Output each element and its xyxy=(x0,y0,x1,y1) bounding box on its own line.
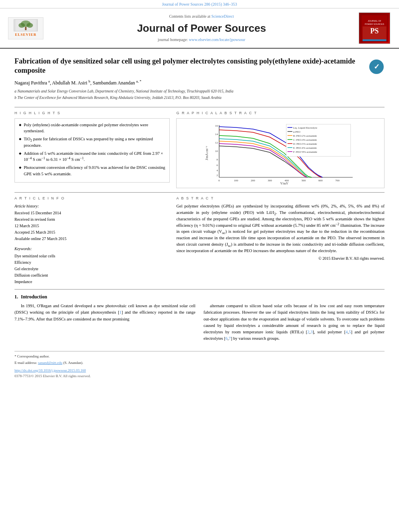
homepage-text: journal homepage: xyxy=(158,37,188,42)
history-label: Article history: xyxy=(14,203,170,209)
highlights-box: Poly (ethylene) oxide-acetamide composit… xyxy=(14,118,170,183)
graphical-abstract-col: G R A P H I C A L A B S T R A C T 16 14 … xyxy=(176,111,385,188)
ref-3-link[interactable]: 3 xyxy=(311,330,313,334)
elsevier-logo-area: ELSEVIER xyxy=(8,17,44,39)
info-abstract-area: A R T I C L E I N F O Article history: R… xyxy=(14,196,385,286)
ref-2-link[interactable]: 2 xyxy=(307,330,309,334)
received-date: Received 15 December 2014 xyxy=(14,210,170,216)
footer-area: * Corresponding author. E-mail address: … xyxy=(14,351,385,379)
elsevier-logo: ELSEVIER xyxy=(8,17,43,39)
email-suffix: (S. Anandan). xyxy=(63,361,83,365)
graphical-abstract-area: 16 14 12 10 8 6 4 2 0 100 200 300 400 50… xyxy=(176,118,385,188)
svg-text:α-PEO: α-PEO xyxy=(293,130,300,133)
section-1-title: 1. Introduction xyxy=(14,294,385,300)
graphical-abstract-chart: 16 14 12 10 8 6 4 2 0 100 200 300 400 50… xyxy=(179,121,382,185)
revised-date: 12 March 2015 xyxy=(14,223,170,229)
author-2: Abdullah M. Asiri b, xyxy=(52,80,91,86)
contents-line: Contents lists available at ScienceDirec… xyxy=(48,14,355,19)
sciencedirect-link[interactable]: ScienceDirect xyxy=(211,14,234,18)
author-3: Sambandam Anandan a, * xyxy=(93,80,141,86)
divider-2 xyxy=(14,192,385,193)
ref-7-link[interactable]: 7 xyxy=(228,336,230,341)
svg-text:POWER SOURCES: POWER SOURCES xyxy=(365,23,385,25)
body-two-col: In 1991, O'Regan and Gratzel developed a… xyxy=(14,303,385,345)
graphical-abstract-header: G R A P H I C A L A B S T R A C T xyxy=(176,111,385,116)
svg-text:0: 0 xyxy=(218,179,220,182)
ref-1-link[interactable]: 1 xyxy=(119,310,121,314)
ref-4-link[interactable]: 4 xyxy=(346,330,348,334)
svg-text:700: 700 xyxy=(335,179,340,182)
email-label: E-mail address: xyxy=(14,361,37,365)
highlight-item-4: Photocurrent conversion efficiency of 9.… xyxy=(19,164,165,177)
svg-point-3 xyxy=(27,23,33,28)
svg-text:D: PEO-5% acetamide: D: PEO-5% acetamide xyxy=(293,142,317,145)
svg-point-2 xyxy=(19,23,25,28)
affiliation-2: b The Center of Excellence for Advanced … xyxy=(14,95,364,101)
crossmark-logo: ✓ xyxy=(368,59,385,75)
online-date: Available online 27 March 2015 xyxy=(14,236,170,242)
svg-text:F: PEO+8% acetamide: F: PEO+8% acetamide xyxy=(293,150,317,153)
svg-text:PS: PS xyxy=(370,27,379,35)
journal-title: Journal of Power Sources xyxy=(48,21,355,35)
keywords-label: Keywords: xyxy=(14,246,170,252)
keyword-4: Diffusion coefficient xyxy=(14,272,170,279)
affiliations: a Nanomaterials and Solar Energy Convers… xyxy=(14,88,364,101)
accepted-date: Accepted 25 March 2015 xyxy=(14,229,170,235)
article-info-col: A R T I C L E I N F O Article history: R… xyxy=(14,196,170,286)
svg-text:✓: ✓ xyxy=(374,63,380,71)
article-title-section: Fabrication of dye sensitized solar cell… xyxy=(14,57,385,104)
body-para-1: In 1991, O'Regan and Gratzel developed a… xyxy=(14,303,195,322)
svg-text:J/mA cm⁻²: J/mA cm⁻² xyxy=(205,146,209,160)
svg-text:2: 2 xyxy=(217,174,218,177)
svg-text:4: 4 xyxy=(217,169,218,172)
footer-copyright: 0378-7753/© 2015 Elsevier B.V. All right… xyxy=(14,374,385,379)
body-col-left: In 1991, O'Regan and Gratzel developed a… xyxy=(14,303,195,345)
crossmark-icon: ✓ xyxy=(369,60,384,74)
article-info-section: Article history: Received 15 December 20… xyxy=(14,203,170,285)
svg-text:100: 100 xyxy=(234,179,239,182)
section-1-number: 1. xyxy=(14,294,18,300)
body-col-right: alternate compared to silicon based sola… xyxy=(204,303,385,345)
svg-text:14: 14 xyxy=(215,133,218,136)
svg-text:10: 10 xyxy=(215,150,218,153)
homepage-link[interactable]: www.elsevier.com/locate/jpowsour xyxy=(189,37,245,42)
keyword-2: Efficiency xyxy=(14,259,170,266)
ref-5-link[interactable]: 5 xyxy=(349,330,351,334)
svg-rect-4 xyxy=(25,27,27,30)
ref-6-link[interactable]: 6 xyxy=(226,336,228,341)
corr-label: * Corresponding author. xyxy=(14,354,49,358)
svg-text:500: 500 xyxy=(302,179,306,182)
contents-text: Contents lists available at xyxy=(169,14,210,18)
svg-text:200: 200 xyxy=(251,179,255,182)
svg-rect-11 xyxy=(362,39,386,41)
copyright-text: © 2015 Elsevier B.V. All rights reserved… xyxy=(176,255,385,261)
corresponding-author-note: * Corresponding author. xyxy=(14,354,385,359)
svg-text:B: PEO-2% acetamide: B: PEO-2% acetamide xyxy=(293,134,317,137)
body-section: 1. Introduction In 1991, O'Regan and Gra… xyxy=(14,294,385,344)
divider-1 xyxy=(14,107,385,107)
journal-citation: Journal of Power Sources 286 (2015) 346–… xyxy=(162,2,237,6)
journal-top-bar: Journal of Power Sources 286 (2015) 346–… xyxy=(0,0,399,8)
svg-text:V/mV: V/mV xyxy=(280,182,288,185)
keywords-section: Keywords: Dye sensitized solar cells Eff… xyxy=(14,246,170,285)
svg-text:12: 12 xyxy=(215,141,218,144)
article-title-text: Fabrication of dye sensitized solar cell… xyxy=(14,57,364,104)
email-link[interactable]: sanand@nitt.edu xyxy=(38,361,62,365)
divider-3 xyxy=(14,289,385,290)
main-content: Fabrication of dye sensitized solar cell… xyxy=(0,49,399,387)
svg-text:Liq. Liquid Electrolyte: Liq. Liquid Electrolyte xyxy=(293,126,317,129)
highlight-item-2: TiO2 paste for fabrication of DSSCs was … xyxy=(19,136,165,149)
body-para-2: alternate compared to silicon based sola… xyxy=(204,303,385,342)
svg-text:600: 600 xyxy=(319,179,323,182)
doi-link[interactable]: http://dx.doi.org/10.1016/j.jpowsour.201… xyxy=(14,368,86,372)
homepage-line: journal homepage: www.elsevier.com/locat… xyxy=(48,37,355,43)
header-center: Contents lists available at ScienceDirec… xyxy=(48,14,355,43)
elsevier-tree-svg xyxy=(16,20,36,31)
keyword-5: Impedance xyxy=(14,279,170,285)
crossmark-svg: ✓ xyxy=(370,60,383,74)
svg-text:JOURNAL OF: JOURNAL OF xyxy=(368,20,381,22)
abstract-header: A B S T R A C T xyxy=(176,196,385,201)
elsevier-text: ELSEVIER xyxy=(15,32,37,37)
journal-cover-image: JOURNAL OF POWER SOURCES PS xyxy=(359,12,390,44)
article-title: Fabrication of dye sensitized solar cell… xyxy=(14,57,364,76)
